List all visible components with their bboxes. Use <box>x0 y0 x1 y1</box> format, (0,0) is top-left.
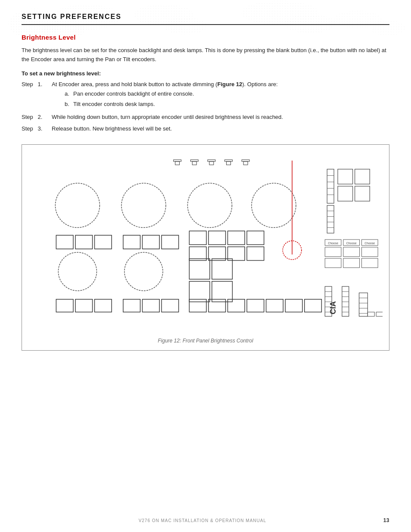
svg-text:ClA: ClA <box>329 301 337 314</box>
figure-container: Choose Choose Choose <box>22 144 389 351</box>
page-footer: V276 ON MAC INSTALLATION & OPERATION MAN… <box>22 517 389 523</box>
intro-text: The brightness level can be set for the … <box>22 46 389 64</box>
svg-text:Choose: Choose <box>328 242 338 245</box>
svg-text:Choose: Choose <box>346 242 357 245</box>
figure-caption: Figure 12: Front Panel Brightness Contro… <box>28 338 383 344</box>
sub-step-1b-label: b. <box>65 100 73 109</box>
step-3-label: Step 3. <box>22 124 52 134</box>
figure-ref-12: Figure 12 <box>217 81 242 87</box>
step-3-content: Release button. New brightness level wil… <box>52 124 389 134</box>
step-2-label: Step 2. <box>22 113 52 122</box>
sub-step-1b: b. Tilt encoder controls desk lamps. <box>65 100 389 109</box>
step-2: Step 2. While holding down button, turn … <box>22 113 389 122</box>
step-3: Step 3. Release button. New brightness l… <box>22 124 389 134</box>
subsection-title: Brightness Level <box>22 34 389 41</box>
step-1: Step 1. At Encoder area, press and hold … <box>22 80 389 110</box>
footer-manual-title: V276 ON MAC INSTALLATION & OPERATION MAN… <box>139 518 266 523</box>
step-1-label: Step 1. <box>22 80 52 89</box>
sub-step-1a-label: a. <box>65 90 73 99</box>
bold-label: To set a new brightness level: <box>22 70 389 77</box>
sub-step-1b-content: Tilt encoder controls desk lamps. <box>73 100 155 109</box>
page-content: SETTING PREFERENCES Brightness Level The… <box>0 0 411 376</box>
footer-page-number: 13 <box>383 517 389 523</box>
section-title: SETTING PREFERENCES <box>22 13 389 25</box>
svg-text:Choose: Choose <box>364 242 375 245</box>
sub-steps-1: a. Pan encoder controls backlight of ent… <box>65 90 389 109</box>
sub-step-1a-content: Pan encoder controls backlight of entire… <box>73 90 194 99</box>
step-2-content: While holding down button, turn appropri… <box>52 113 389 122</box>
console-diagram: Choose Choose Choose <box>28 151 383 332</box>
steps-container: Step 1. At Encoder area, press and hold … <box>22 80 389 134</box>
sub-step-1a: a. Pan encoder controls backlight of ent… <box>65 90 389 99</box>
step-1-content: At Encoder area, press and hold blank bu… <box>52 80 389 110</box>
